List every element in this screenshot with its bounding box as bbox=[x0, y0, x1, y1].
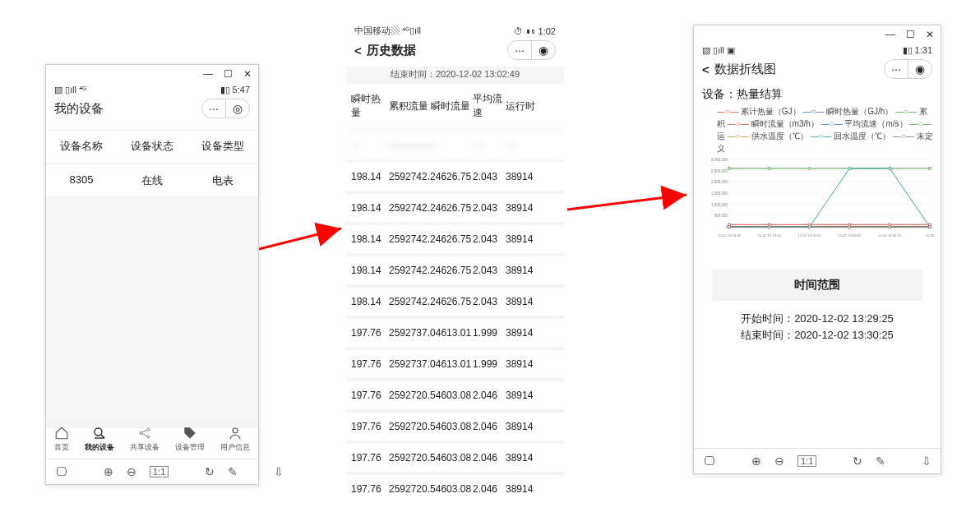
svg-point-70 bbox=[848, 225, 851, 228]
capsule-menu-icon[interactable]: ··· bbox=[885, 60, 908, 78]
table-row[interactable]: 198.142592742.24626.752.04338914 bbox=[346, 191, 564, 222]
tab-manage[interactable]: 设备管理 bbox=[175, 426, 205, 453]
fit-icon[interactable]: 1:1 bbox=[150, 466, 169, 477]
capsule-menu-icon[interactable]: ··· bbox=[508, 41, 532, 59]
cell: 2.046 bbox=[473, 452, 504, 464]
status-bar: 中国移动▧ ⁴ᴳ▯ıll ⏱ ▮▯ 1:02 bbox=[346, 25, 564, 37]
edit-icon[interactable]: ✎ bbox=[876, 454, 885, 468]
capsule-close-icon[interactable]: ◉ bbox=[908, 60, 931, 78]
close-icon[interactable]: ✕ bbox=[926, 30, 934, 39]
chart-legend: —○— 累计热量（GJ） —○— 瞬时热量（GJ/h） —○— 累积 —○— 瞬… bbox=[694, 104, 941, 156]
maximize-icon[interactable]: ☐ bbox=[224, 70, 232, 78]
minimize-icon[interactable]: — bbox=[204, 70, 212, 78]
table-row[interactable]: 198.142592742.24626.752.04338914 bbox=[346, 159, 564, 191]
svg-point-69 bbox=[808, 225, 811, 228]
table-row[interactable]: 197.762592720.54603.082.04638914 bbox=[346, 409, 564, 441]
legend-item[interactable]: —○— 瞬时流量（m3/h） bbox=[728, 119, 821, 128]
legend-item[interactable]: —○— 瞬时热量（GJ/h） bbox=[802, 107, 895, 116]
maximize-icon[interactable]: ☐ bbox=[906, 30, 914, 39]
cell: 2.046 bbox=[473, 483, 504, 495]
status-bar: ▧ ▯ıll ▣ ▮▯ 1:31 bbox=[694, 44, 941, 56]
share-icon bbox=[137, 426, 152, 441]
end-label: 结束时间： bbox=[741, 329, 794, 341]
download-icon[interactable]: ⇩ bbox=[274, 465, 284, 478]
user-icon bbox=[228, 426, 243, 441]
minimize-icon[interactable]: — bbox=[886, 30, 894, 39]
cell: 2592742.24626.75 bbox=[389, 265, 471, 276]
flow-arrow-1 bbox=[259, 222, 349, 255]
tab-user[interactable]: 用户信息 bbox=[220, 426, 250, 453]
table-row[interactable]: 198.142592742.24626.752.04338914 bbox=[346, 284, 564, 316]
wechat-capsule: ··· ◉ bbox=[507, 40, 556, 60]
edit-icon[interactable]: ✎ bbox=[228, 465, 238, 478]
zoom-out-icon[interactable]: ⊖ bbox=[774, 454, 784, 468]
device-icon[interactable]: 🖵 bbox=[704, 454, 715, 468]
reload-icon[interactable]: ↻ bbox=[205, 465, 215, 478]
cell: 2.046 bbox=[473, 390, 504, 401]
tab-label: 首页 bbox=[54, 442, 69, 453]
legend-item[interactable]: —○— 回水温度（℃） bbox=[810, 131, 893, 141]
cell: 2592720.54603.08 bbox=[389, 390, 471, 401]
capsule-close-icon[interactable]: ◉ bbox=[532, 41, 555, 59]
back-icon[interactable]: < bbox=[702, 62, 710, 76]
capsule-close-icon[interactable]: ◎ bbox=[226, 99, 249, 118]
device-table-header: 设备名称 设备状态 设备类型 bbox=[46, 130, 258, 162]
window-titlebar: — ☐ ✕ bbox=[46, 65, 258, 83]
col-4: 运行时 bbox=[506, 99, 542, 113]
carrier-signal: 中国移动▧ ⁴ᴳ▯ıll bbox=[354, 25, 421, 37]
table-row[interactable]: ———————— bbox=[346, 128, 564, 159]
table-row[interactable]: 198.142592742.24626.752.04338914 bbox=[346, 253, 564, 284]
table-row[interactable]: 197.762592720.54603.082.04638914 bbox=[346, 472, 564, 503]
table-row[interactable]: 198.142592742.24626.752.04338914 bbox=[346, 222, 564, 253]
cell: 38914 bbox=[506, 296, 542, 307]
tab-my-devices[interactable]: 我的设备 bbox=[85, 426, 114, 453]
cell: 2592737.04613.01 bbox=[389, 358, 471, 370]
col-name: 设备名称 bbox=[46, 139, 117, 154]
table-row[interactable]: 197.762592720.54603.082.04638914 bbox=[346, 441, 564, 472]
summary-time: 2020-12-02 13:02:49 bbox=[436, 69, 520, 79]
home-icon bbox=[54, 426, 69, 441]
table-row[interactable]: 197.762592720.54603.082.04638914 bbox=[346, 378, 564, 409]
zoom-in-icon[interactable]: ⊕ bbox=[751, 454, 761, 468]
col-type: 设备类型 bbox=[187, 139, 258, 154]
cell: 2.043 bbox=[473, 233, 504, 245]
device-name: 热量结算 bbox=[737, 87, 783, 100]
devtool-toolbar: 🖵 ⊕ ⊖ 1:1 ↻ ✎ ⇩ bbox=[694, 448, 941, 473]
svg-point-65 bbox=[889, 167, 891, 169]
reload-icon[interactable]: ↻ bbox=[853, 454, 862, 468]
tab-home[interactable]: 首页 bbox=[54, 426, 69, 453]
bottom-tabbar: 首页 我的设备 共享设备 设备管理 用户信息 bbox=[46, 422, 258, 458]
battery-clock: ▮▯ 5:47 bbox=[220, 85, 250, 95]
window-titlebar: — ☐ ✕ bbox=[694, 25, 941, 44]
svg-text:12-02 13:29:45: 12-02 13:29:45 bbox=[758, 233, 782, 238]
tab-label: 设备管理 bbox=[175, 442, 205, 453]
cell: 2592720.54603.08 bbox=[389, 452, 471, 464]
svg-text:12-02: 12-02 bbox=[926, 233, 935, 238]
device-icon[interactable]: 🖵 bbox=[56, 465, 67, 478]
download-icon[interactable]: ⇩ bbox=[922, 454, 931, 468]
legend-item[interactable]: —○— 供水温度（℃） bbox=[728, 131, 811, 141]
capsule-menu-icon[interactable]: ··· bbox=[202, 99, 226, 118]
table-row[interactable]: 197.762592737.04613.011.99938914 bbox=[346, 347, 564, 378]
device-label: 设备： bbox=[702, 87, 737, 100]
svg-text:12-02 13:30:05: 12-02 13:30:05 bbox=[838, 233, 862, 238]
cell: 38914 bbox=[506, 327, 542, 339]
close-icon[interactable]: ✕ bbox=[243, 70, 252, 78]
zoom-in-icon[interactable]: ⊕ bbox=[104, 465, 113, 478]
cell: 198.14 bbox=[351, 296, 387, 307]
page-header: < 历史数据 ··· ◉ bbox=[346, 37, 564, 67]
table-row[interactable]: 197.762592737.04613.011.99938914 bbox=[346, 316, 564, 347]
legend-item[interactable]: —○— 累计热量（GJ） bbox=[717, 107, 802, 116]
battery-clock: ⏱ ▮▯ 1:02 bbox=[514, 26, 556, 36]
svg-text:1,500,000: 1,500,000 bbox=[711, 191, 728, 196]
back-icon[interactable]: < bbox=[354, 44, 362, 58]
zoom-out-icon[interactable]: ⊖ bbox=[127, 465, 136, 478]
fit-icon[interactable]: 1:1 bbox=[797, 455, 816, 467]
history-table-body[interactable]: ———————— 198.142592742.24626.752.0433891… bbox=[346, 128, 564, 503]
chart-area[interactable]: 3,000,0002,500,0002,000,0001,500,0001,00… bbox=[694, 156, 941, 240]
tab-share[interactable]: 共享设备 bbox=[130, 426, 159, 453]
device-row[interactable]: 8305 在线 电表 bbox=[46, 165, 258, 196]
svg-line-73 bbox=[259, 228, 341, 249]
legend-item[interactable]: —○— 平均流速（m/s） bbox=[821, 119, 910, 128]
cell: 197.76 bbox=[351, 421, 387, 432]
